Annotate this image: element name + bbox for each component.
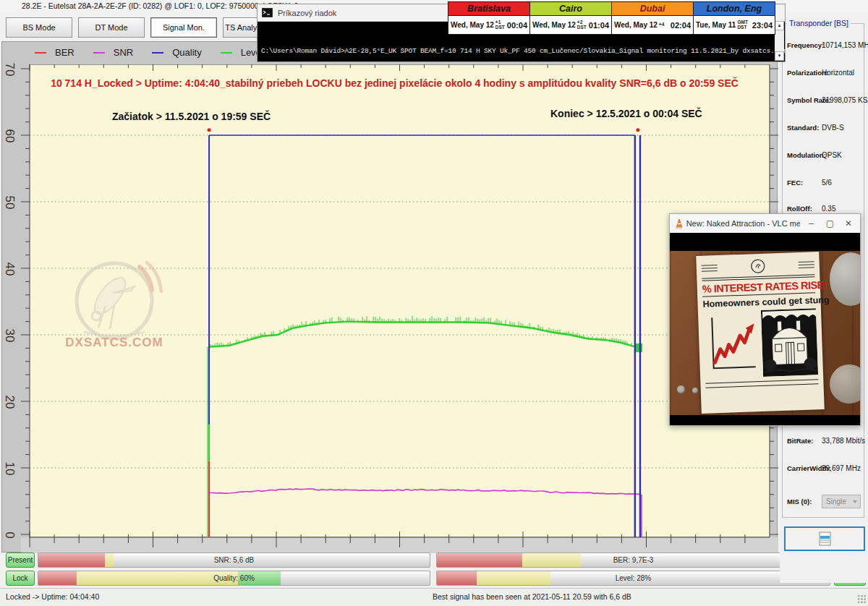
field-value: 10714,153 MHz [822,41,868,49]
annotation-main: 10 714 H_Locked > Uptime: 4:04:40_stabil… [31,77,758,89]
masthead-scribble [798,259,814,270]
close-button[interactable]: ✕ [841,218,856,229]
clock-time-row: Wed, May 12+402:04 [612,16,693,34]
y-tick-label: 20 [2,395,17,409]
tab-bs-mode[interactable]: BS Mode [6,17,72,38]
status-best-signal: Best signal has been seen at 2021-05-11 … [433,592,631,601]
annotation-session-start: Začiatok > 11.5.2021 o 19:59 SEČ [112,111,271,122]
y-tick-label: 10 [2,461,17,476]
list-icon [819,532,831,546]
level-bar: Level: 28% [436,571,830,586]
field-label: Modulation: [787,151,826,159]
tab-signal-mon[interactable]: Signal Mon. [150,17,217,38]
clock-date: Wed, May 12 [614,21,658,29]
mis-select[interactable]: Single [822,495,861,508]
clock-zone: GMTDST [737,20,747,30]
chart-legend: BERSNRQualityLevel [35,47,263,58]
bar-label: Level: 28% [437,571,830,585]
tab-bar: BS ModeDT ModeSignal Mon.TS Analyzer (OK… [6,17,289,39]
signal-chart: BERSNRQualityLevel 010203040506070 DXSAT… [1,41,778,552]
bar-label: SNR: 5,6 dB [38,553,430,567]
vlc-video-frame: % INTEREST RATES RISE! Homeowners could … [670,233,860,425]
clock-london-eng: London, EngTue, May 11GMTDST23:04 [693,1,775,35]
world-clocks: BratislavaWed, May 12+1DST00:04CairoWed,… [448,1,775,35]
vlc-title-text: New: Naked Attraction - VLC media player [686,219,800,228]
field-label: FEC: [787,179,803,187]
field-value: DVB-S [822,124,844,132]
legend-item-snr: SNR [93,47,133,58]
clock-date: Tue, May 11 [696,21,736,29]
field-standard: Standard:DVB-S [783,124,865,134]
bar-label: Quality: 60% [38,571,430,585]
minimize-button[interactable]: – [804,218,819,229]
clock-date: Wed, May 12 [532,21,576,29]
decorative-dots [677,383,698,396]
cmd-title-text: Príkazový riadok [278,9,336,17]
y-tick-label: 40 [2,262,17,276]
y-tick-label: 60 [2,129,17,143]
clock-time: 23:04 [752,21,773,30]
y-tick-label: 50 [2,195,17,210]
newspaper-masthead [701,255,814,276]
rising-rates-chart-icon [703,310,759,379]
field-label: Frequency: [787,41,824,49]
vlc-title-bar[interactable]: New: Naked Attraction - VLC media player… [670,214,860,233]
annotation-session-end: Koniec > 12.5.2021 o 00:04 SEČ [550,108,702,119]
field-frequency: Frequency:10714,153 MHz [783,41,865,51]
field-label: RollOff: [787,205,812,213]
clock-time: 00:04 [507,21,527,30]
field-value: 21998,075 KS/s [822,96,868,104]
field-modulation: Modulation:QPSK [783,151,865,161]
lock-button[interactable]: Lock [6,571,35,586]
field-bitrate: BitRate:33,788 Mbit/s [783,437,865,447]
mis-row: MIS (0): Single [783,498,865,508]
legend-item-quality: Quality [152,47,201,58]
newspaper-subheadline: Homeowners could get stung [702,295,815,309]
present-button[interactable]: Present [6,552,35,568]
field-value: 29,697 MHz [822,464,861,472]
plot-area: DXSATCS.COM [21,64,778,553]
bar-label: BER: 9,7E-3 [437,553,830,567]
clock-cairo: CairoWed, May 12+2DST01:04 [529,1,612,35]
masthead-scribble [702,263,718,274]
resize-grip[interactable] [857,594,867,604]
legend-label: BER [55,47,75,58]
clock-date: Wed, May 12 [451,21,494,29]
snr-bar: SNR: 5,6 dB [38,552,430,568]
chevron-down-icon [853,500,857,503]
field-value: 33,788 Mbit/s [822,437,865,445]
quality-bar: Quality: 60% [38,571,430,586]
clock-time: 01:04 [589,21,609,30]
clock-city: Bratislava [448,2,529,16]
cmd-scrollbar[interactable]: ▲ ▼ [775,21,784,61]
video-background: % INTEREST RATES RISE! Homeowners could … [670,251,860,415]
scroll-down-arrow[interactable]: ▼ [775,51,784,61]
clock-zone: +4 [659,22,664,27]
transponder-title: Transponder [BS] [787,19,851,27]
mis-label: MIS (0): [787,498,812,505]
field-symbol-rate: Symbol Rate:21998,075 KS/s [783,96,865,106]
tab-dt-mode[interactable]: DT Mode [78,17,145,38]
ber-bar: BER: 9,7E-3 [436,552,830,568]
clock-bratislava: BratislavaWed, May 12+1DST00:04 [448,1,530,35]
field-carrierwidth: CarrierWidth:29,697 MHz [783,464,865,474]
newspaper-art-row [703,308,818,378]
field-value: 0.35 [822,205,835,213]
newspaper-stamp-icon [749,258,766,275]
clock-city: London, Eng [694,2,775,16]
clock-city: Cairo [530,2,611,16]
maximize-button[interactable]: ▢ [822,218,837,229]
clock-city: Dubai [612,2,693,16]
status-lock-uptime: Locked -> Uptime: 04:04:40 [6,592,99,601]
field-value: QPSK [822,151,842,159]
legend-item-ber: BER [35,47,75,58]
y-tick-label: 0 [2,528,17,542]
field-value: Horizontal [822,69,854,77]
vlc-cone-icon [674,218,682,229]
scroll-up-arrow[interactable]: ▲ [775,21,784,30]
clock-dubai: DubaiWed, May 12+402:04 [611,1,694,35]
level-line-swatch [221,52,232,54]
rule [706,383,819,388]
transponder-list-button[interactable] [784,526,865,551]
legend-label: Quality [172,47,201,58]
